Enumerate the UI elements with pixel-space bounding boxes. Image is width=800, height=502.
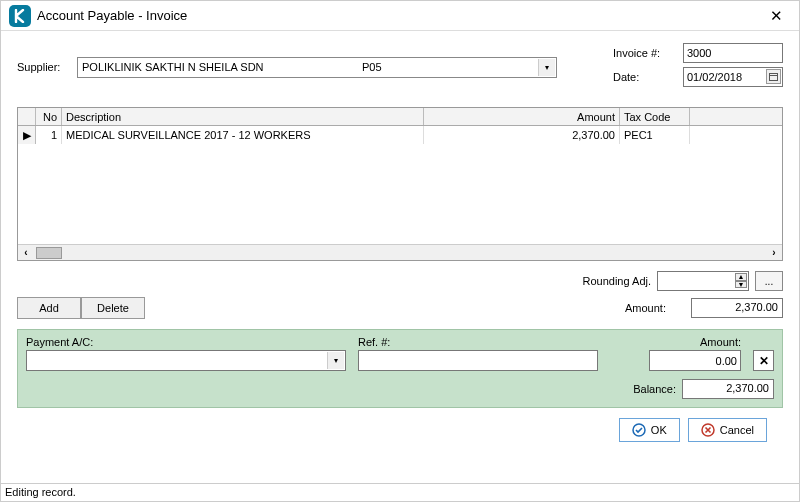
cancel-circle-icon (701, 423, 715, 437)
line-items-grid[interactable]: No Description Amount Tax Code ▶ 1 MEDIC… (17, 107, 783, 261)
cancel-label: Cancel (720, 424, 754, 436)
svg-rect-0 (770, 74, 778, 81)
cell-amount[interactable]: 2,370.00 (424, 126, 620, 144)
app-icon (9, 5, 31, 27)
col-tax-code[interactable]: Tax Code (620, 108, 690, 125)
col-amount[interactable]: Amount (424, 108, 620, 125)
check-circle-icon (632, 423, 646, 437)
ref-label: Ref. #: (358, 336, 598, 348)
cell-description[interactable]: MEDICAL SURVEILLANCE 2017 - 12 WORKERS (62, 126, 424, 144)
scroll-thumb[interactable] (36, 247, 62, 259)
spin-up-icon[interactable]: ▲ (735, 273, 747, 281)
row-marker-icon: ▶ (18, 126, 36, 144)
scroll-right-icon[interactable]: › (766, 246, 782, 260)
titlebar: Account Payable - Invoice ✕ (1, 1, 799, 31)
table-row[interactable]: ▶ 1 MEDICAL SURVEILLANCE 2017 - 12 WORKE… (18, 126, 782, 144)
payment-ac-label: Payment A/C: (26, 336, 346, 348)
payment-amount-input[interactable] (649, 350, 741, 371)
supplier-name: POLIKLINIK SAKTHI N SHEILA SDN (82, 61, 362, 73)
payment-ac-select[interactable]: ▾ (26, 350, 346, 371)
ref-input[interactable] (358, 350, 598, 371)
payment-amount-label: Amount: (649, 336, 741, 348)
invoice-no-label: Invoice #: (613, 47, 683, 59)
supplier-code: P05 (362, 61, 552, 73)
spin-down-icon[interactable]: ▼ (735, 281, 747, 289)
ok-label: OK (651, 424, 667, 436)
payment-remove-button[interactable]: ✕ (753, 350, 774, 371)
invoice-no-input[interactable] (683, 43, 783, 63)
ok-button[interactable]: OK (619, 418, 680, 442)
supplier-select[interactable]: POLIKLINIK SAKTHI N SHEILA SDN P05 ▾ (77, 57, 557, 78)
delete-button[interactable]: Delete (81, 297, 145, 319)
cell-no[interactable]: 1 (36, 126, 62, 144)
col-no[interactable]: No (36, 108, 62, 125)
close-icon[interactable]: ✕ (762, 3, 791, 29)
chevron-down-icon[interactable]: ▾ (538, 59, 555, 76)
rounding-label: Rounding Adj. (583, 275, 652, 287)
balance-label: Balance: (633, 383, 676, 395)
window-title: Account Payable - Invoice (37, 8, 187, 23)
calendar-icon[interactable] (766, 69, 781, 84)
chevron-down-icon[interactable]: ▾ (327, 352, 344, 369)
status-bar: Editing record. (1, 483, 799, 501)
amount-total-value: 2,370.00 (691, 298, 783, 318)
date-label: Date: (613, 71, 683, 83)
cell-tax[interactable]: PEC1 (620, 126, 690, 144)
add-button[interactable]: Add (17, 297, 81, 319)
grid-horizontal-scrollbar[interactable]: ‹ › (18, 244, 782, 260)
supplier-label: Supplier: (17, 61, 77, 73)
amount-total-label: Amount: (625, 302, 685, 314)
grid-header: No Description Amount Tax Code (18, 108, 782, 126)
rounding-more-button[interactable]: ... (755, 271, 783, 291)
payment-panel: Payment A/C: ▾ Ref. #: Amount: ✕ Balance… (17, 329, 783, 408)
scroll-left-icon[interactable]: ‹ (18, 246, 34, 260)
balance-value: 2,370.00 (682, 379, 774, 399)
cancel-button[interactable]: Cancel (688, 418, 767, 442)
col-description[interactable]: Description (62, 108, 424, 125)
